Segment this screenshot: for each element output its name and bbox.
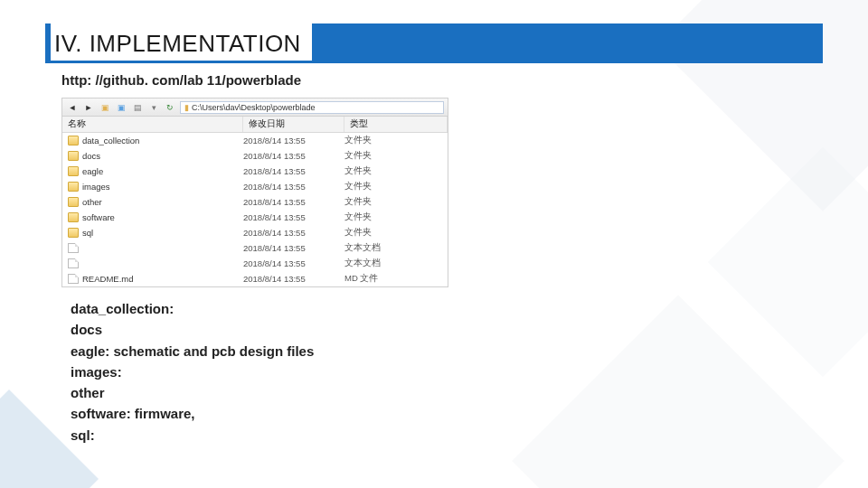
- file-name: README.md: [82, 274, 133, 284]
- file-type-cell: 文本文档: [344, 258, 448, 269]
- file-date-cell: 2018/8/14 13:55: [243, 274, 344, 284]
- file-icon: [68, 243, 79, 253]
- file-name-cell: docs: [62, 151, 243, 161]
- file-date-cell: 2018/8/14 13:55: [243, 166, 344, 176]
- folder-icon: [68, 166, 79, 176]
- folder-icon: ▣: [99, 101, 111, 114]
- table-row: data_collection2018/8/14 13:55文件夹: [62, 133, 448, 148]
- file-type-cell: 文件夹: [344, 211, 448, 223]
- file-name: other: [82, 197, 102, 207]
- col-header-date: 修改日期: [243, 117, 344, 132]
- back-icon: ◄: [66, 101, 79, 114]
- explorer-rows: data_collection2018/8/14 13:55文件夹docs201…: [62, 133, 448, 286]
- file-name-cell: images: [62, 182, 243, 192]
- folder-mini-icon: ▮: [184, 103, 189, 112]
- file-type-cell: 文件夹: [344, 227, 448, 239]
- folder-descriptions: data_collection:docseagle: schematic and…: [71, 298, 314, 446]
- table-row: README.md2018/8/14 13:55MD 文件: [62, 271, 448, 286]
- file-icon: [68, 274, 79, 284]
- file-name: sql: [82, 228, 93, 238]
- file-name: software: [82, 212, 115, 222]
- description-line: images:: [71, 361, 314, 382]
- col-header-name: 名称: [62, 117, 243, 132]
- folder-icon: [68, 182, 79, 192]
- file-explorer-screenshot: ◄ ► ▣ ▣ ▤ ▾ ↻ ▮ C:\Users\dav\Desktop\pow…: [61, 98, 448, 287]
- file-date-cell: 2018/8/14 13:55: [243, 151, 344, 161]
- description-line: docs: [71, 319, 314, 340]
- address-bar: ▮ C:\Users\dav\Desktop\powerblade: [180, 101, 444, 114]
- file-name-cell: eagle: [62, 166, 243, 176]
- forward-icon: ►: [82, 101, 95, 114]
- explorer-toolbar: ◄ ► ▣ ▣ ▤ ▾ ↻ ▮ C:\Users\dav\Desktop\pow…: [62, 99, 448, 117]
- file-name-cell: other: [62, 197, 243, 207]
- file-date-cell: 2018/8/14 13:55: [243, 182, 344, 192]
- file-type-cell: 文件夹: [344, 150, 448, 162]
- file-name-cell: data_collection: [62, 136, 243, 145]
- file-date-cell: 2018/8/14 13:55: [243, 228, 344, 238]
- table-row: software2018/8/14 13:55文件夹: [62, 210, 448, 225]
- file-date-cell: 2018/8/14 13:55: [243, 243, 344, 253]
- table-row: docs2018/8/14 13:55文件夹: [62, 148, 448, 164]
- file-type-cell: 文件夹: [344, 181, 448, 192]
- file-name-cell: README.md: [62, 274, 243, 284]
- explorer-column-headers: 名称 修改日期 类型: [62, 117, 448, 133]
- folder-icon: [68, 197, 79, 207]
- file-date-cell: 2018/8/14 13:55: [243, 197, 344, 207]
- table-row: sql2018/8/14 13:55文件夹: [62, 225, 448, 240]
- file-name-cell: [62, 243, 243, 253]
- dropdown-icon: ▾: [147, 101, 160, 114]
- file-name: eagle: [82, 166, 103, 176]
- file-date-cell: 2018/8/14 13:55: [243, 136, 344, 145]
- description-line: other: [71, 382, 314, 403]
- address-path: C:\Users\dav\Desktop\powerblade: [192, 103, 316, 112]
- file-name-cell: software: [62, 212, 243, 222]
- refresh-icon: ↻: [164, 101, 176, 114]
- description-line: eagle: schematic and pcb design files: [71, 341, 314, 361]
- description-line: data_collection:: [71, 298, 314, 319]
- folder-icon: [68, 136, 79, 145]
- file-name: images: [82, 182, 110, 192]
- description-line: software: firmware,: [71, 403, 314, 424]
- slide-title: IV. IMPLEMENTATION: [51, 23, 312, 63]
- table-row: 2018/8/14 13:55文本文档: [62, 256, 448, 271]
- col-header-type: 类型: [344, 117, 448, 132]
- folder-icon: [68, 228, 79, 238]
- slide-title-bar: IV. IMPLEMENTATION: [45, 23, 823, 63]
- file-type-cell: 文件夹: [344, 196, 448, 208]
- folder-icon: [68, 212, 79, 222]
- file-name: data_collection: [82, 136, 139, 145]
- file-type-cell: 文本文档: [344, 242, 448, 254]
- folder-icon: ▣: [115, 101, 127, 114]
- folder-icon: [68, 151, 79, 161]
- bg-shape: [708, 147, 868, 378]
- file-type-cell: 文件夹: [344, 135, 448, 146]
- repo-url: http: //github. com/lab 11/powerblade: [61, 72, 301, 88]
- view-icon: ▤: [131, 101, 144, 114]
- table-row: other2018/8/14 13:55文件夹: [62, 194, 448, 210]
- file-name: docs: [82, 151, 100, 161]
- file-icon: [68, 258, 79, 268]
- file-name-cell: [62, 258, 243, 268]
- file-date-cell: 2018/8/14 13:55: [243, 212, 344, 222]
- file-date-cell: 2018/8/14 13:55: [243, 258, 344, 268]
- file-type-cell: 文件夹: [344, 165, 448, 177]
- table-row: 2018/8/14 13:55文本文档: [62, 240, 448, 256]
- file-name-cell: sql: [62, 228, 243, 238]
- table-row: images2018/8/14 13:55文件夹: [62, 179, 448, 194]
- bg-shape: [512, 295, 844, 488]
- description-line: sql:: [71, 425, 314, 446]
- file-type-cell: MD 文件: [344, 273, 448, 285]
- table-row: eagle2018/8/14 13:55文件夹: [62, 164, 448, 179]
